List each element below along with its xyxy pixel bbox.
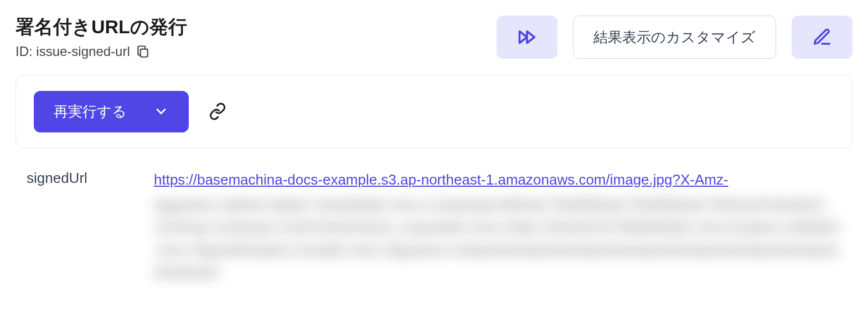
svg-rect-0 [140,49,147,57]
signed-url-hidden-part: Algorithm=AWS4-HMAC-SHA256&X-Amz-Credent… [154,194,841,283]
fast-forward-button[interactable] [497,16,557,59]
svg-marker-2 [527,32,535,43]
edit-icon [812,27,832,47]
action-panel: 再実行する [16,75,852,149]
signed-url-link[interactable]: https://basemachina-docs-example.s3.ap-n… [154,171,728,188]
chevron-down-icon [153,104,169,119]
customize-display-button[interactable]: 結果表示のカスタマイズ [573,16,776,59]
page-id-label: ID: issue-signed-url [16,44,130,59]
result-key-label: signedUrl [27,168,154,187]
copy-icon[interactable] [136,44,150,59]
rerun-button[interactable]: 再実行する [34,91,189,132]
customize-display-label: 結果表示のカスタマイズ [593,28,756,47]
fast-forward-icon [517,27,537,47]
result-row: signedUrl https://basemachina-docs-examp… [16,168,852,283]
result-value: https://basemachina-docs-example.s3.ap-n… [154,168,841,283]
edit-button[interactable] [792,16,852,59]
link-icon[interactable] [209,103,226,120]
rerun-button-label: 再実行する [54,102,127,121]
page-title: 署名付きURLの発行 [16,16,187,38]
svg-marker-1 [520,32,528,43]
